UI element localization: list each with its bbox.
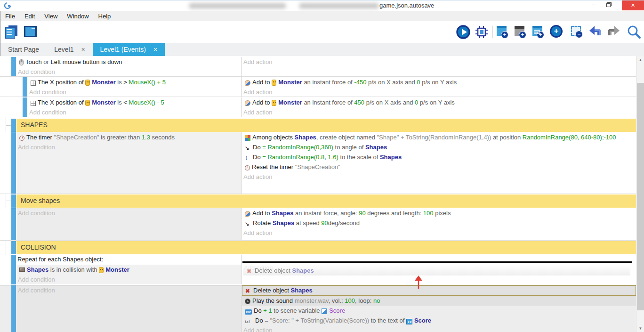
add-condition-link[interactable]: Add condition [16,142,241,152]
comment-band[interactable]: Move shapes [16,194,636,208]
add-event-button[interactable]: + [496,24,511,40]
scrollbar-thumb[interactable] [637,83,644,310]
action-row[interactable]: Play the sound monster.wav, vol.: 100, l… [242,296,636,306]
comment-band[interactable]: SHAPES [16,119,636,132]
add-new-button[interactable]: + [549,24,564,40]
event-for-each-shapes[interactable]: Repeat for each Shapes object: Shapes is… [0,255,636,284]
debug-button[interactable] [474,24,489,40]
actions-cell: Delete object Shapes Play the sound mons… [242,285,636,332]
menu-window[interactable]: Window [62,13,93,20]
text-segment: p/s on X axis and [364,99,415,106]
mouse-icon [19,59,24,65]
comment-shapes[interactable]: SHAPES [0,119,636,132]
text-segment: Shapes [291,287,313,294]
text-segment: Shapes [365,144,387,151]
text-segment: 100 [423,210,434,217]
action-row[interactable]: Do = RandomInRange(0,360) to angle of Sh… [242,142,636,152]
event-move-shapes[interactable]: Add condition Add to Shapes an instant f… [0,208,636,241]
comment-move-shapes[interactable]: Move shapes [0,194,636,208]
undo-button[interactable] [588,24,603,40]
text-segment: Rotate [253,219,273,227]
condition-row[interactable]: Touch or Left mouse button is down [16,57,241,67]
toolbar-separator [624,26,624,38]
condition-row[interactable]: The X position of Monster is > MouseX() … [28,77,241,87]
add-action-link[interactable]: Add action [242,107,636,117]
text-segment: degrees and length: [366,210,423,217]
text-segment: Do [254,307,263,314]
action-row[interactable]: Add to Monster an instant force of 450 p… [242,97,636,107]
menu-edit[interactable]: Edit [20,13,40,20]
scene-editor-button[interactable] [23,24,38,40]
action-row[interactable]: Among objects Shapes, create object name… [242,132,636,142]
action-row[interactable]: Reset the timer "ShapeCreation" [242,162,636,172]
event-selection-bar [11,57,16,76]
text-segment: "ShapeCreation" [295,163,340,170]
text-segment: , create object named [316,134,377,141]
menu-view[interactable]: View [40,13,62,20]
add-action-link[interactable]: Add action [242,325,636,332]
add-condition-link[interactable]: Add condition [28,87,241,97]
event-selection-bar [11,119,16,132]
sub-event-x-greater[interactable]: The X position of Monster is > MouseX() … [0,77,636,97]
conditions-cell: Touch or Left mouse button is down Add c… [16,57,241,76]
timer-icon [245,165,250,170]
action-row[interactable]: Do = RandomInRange(0.8, 1.6) to the scal… [242,152,636,162]
action-row[interactable]: Rotate Shapes at speed 90deg/second [242,218,636,228]
sub-event-x-less[interactable]: The X position of Monster is < MouseX() … [0,97,636,117]
for-each-header[interactable]: Repeat for each Shapes object: [16,255,241,263]
action-row[interactable]: Do + 1 to scene variable Score [242,306,636,316]
close-button[interactable]: ✕ [622,0,644,10]
text-segment: deg/second [328,219,360,227]
menu-help[interactable]: Help [94,13,116,20]
text-segment: Among objects [252,134,295,141]
text-segment: Reset the timer [252,163,295,170]
scroll-down-arrow[interactable]: ▼ [636,324,644,332]
tab-start-page[interactable]: Start Page [0,43,47,56]
minimize-button[interactable]: – [586,0,601,10]
comment-band[interactable]: COLLISION [16,241,636,254]
text-segment: is greater than [99,134,141,141]
condition-row[interactable]: Shapes is in collision with Monster [16,265,241,275]
condition-row[interactable]: The timer "ShapeCreation" is greater tha… [16,132,241,142]
event-collision-actions[interactable]: Add condition Delete object Shapes Play … [0,285,636,332]
pos-icon [31,101,36,106]
menu-file[interactable]: File [0,13,20,20]
tab-close-icon[interactable]: × [153,46,157,53]
action-row-selected[interactable]: Delete object Shapes [242,285,636,296]
add-sub-event-button[interactable]: + [514,24,529,40]
add-action-link[interactable]: Add action [242,87,636,97]
action-row[interactable]: Add to Shapes an instant force, angle: 9… [242,208,636,218]
scroll-up-arrow[interactable]: ▲ [636,56,644,64]
event-selection-bar [11,208,16,240]
add-action-link[interactable]: Add action [242,228,636,238]
monster-icon [85,80,90,86]
project-manager-button[interactable] [4,24,19,40]
tab-level1-events[interactable]: Level1 (Events)× [93,43,165,56]
add-condition-link[interactable]: Add condition [28,107,241,117]
delete-selection-button[interactable]: – [570,24,585,40]
condition-row[interactable]: The X position of Monster is < MouseX() … [28,97,241,107]
tab-level1[interactable]: Level1× [47,43,92,56]
add-condition-link[interactable]: Add condition [16,285,241,295]
add-action-link[interactable]: Add action [242,172,636,182]
tab-close-icon[interactable]: × [81,46,85,53]
action-row[interactable]: Add to Monster an instant force of -450 … [242,77,636,87]
menu-bar: File Edit View Window Help [0,11,644,21]
event-shape-creation-timer[interactable]: The timer "ShapeCreation" is greater tha… [0,132,636,194]
conditions-cell: Add condition [16,208,241,240]
search-button[interactable] [627,24,642,40]
add-action-link[interactable]: Add action [242,57,636,67]
add-condition-link[interactable]: Add condition [16,67,241,76]
comment-collision[interactable]: COLLISION [0,241,636,254]
event-touch-mouse[interactable]: Touch or Left mouse button is down Add c… [0,57,636,77]
text-segment: Monster [92,99,116,106]
maximize-button[interactable] [601,0,616,10]
text-segment: at position [491,134,523,141]
add-condition-link[interactable]: Add condition [16,275,241,284]
add-condition-link[interactable]: Add condition [16,208,241,218]
add-comment-button[interactable]: + [531,24,547,40]
action-row[interactable]: Do = "Score: " + ToString(Variable(Score… [242,316,636,325]
play-button[interactable] [456,24,471,40]
text-segment: Shapes [27,266,48,273]
redo-button[interactable] [606,24,621,40]
